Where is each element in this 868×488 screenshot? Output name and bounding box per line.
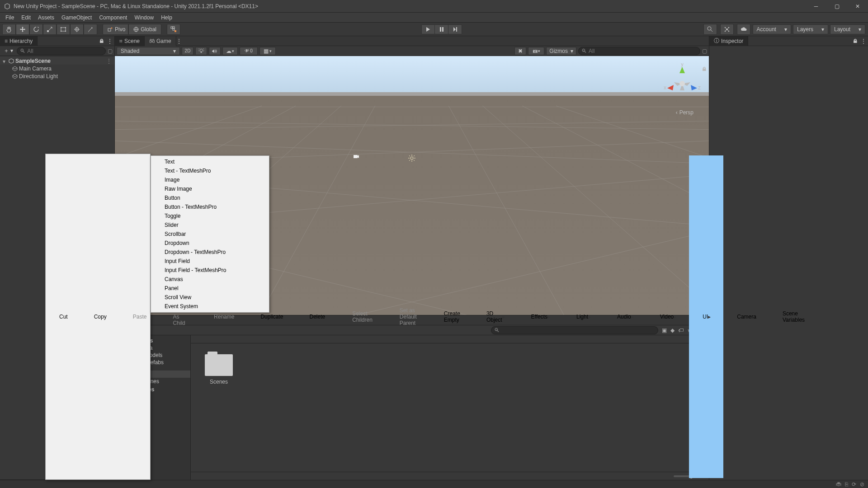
tool-custom[interactable]: [84, 24, 97, 35]
unity-logo-icon: [4, 3, 11, 10]
search-settings-icon[interactable]: ▢: [702, 48, 707, 54]
context-submenu-item[interactable]: Input Field: [151, 257, 269, 266]
context-menu-item[interactable]: Scene Variables: [769, 155, 817, 478]
context-submenu-item[interactable]: Scrollbar: [151, 230, 269, 239]
context-submenu-item[interactable]: Dropdown: [151, 239, 269, 248]
kebab-icon[interactable]: ⋮: [107, 38, 113, 44]
step-button[interactable]: [448, 24, 462, 34]
window-minimize-button[interactable]: ─: [806, 0, 826, 13]
context-submenu-item[interactable]: Text: [151, 157, 269, 166]
window-maximize-button[interactable]: ▢: [826, 0, 847, 13]
tool-rect[interactable]: [57, 24, 70, 35]
create-dropdown[interactable]: ＋ ▾: [2, 47, 15, 55]
orientation-gizmo[interactable]: y x z: [662, 63, 703, 104]
hierarchy-item[interactable]: Directional Light: [0, 72, 114, 80]
tool-rotate[interactable]: [29, 24, 43, 35]
context-submenu-item[interactable]: Button: [151, 193, 269, 202]
toggle-hidden[interactable]: 👁︎̸0: [240, 47, 258, 55]
context-menu[interactable]: CutCopyPastePaste As ChildRenameDuplicat…: [45, 154, 151, 480]
hierarchy-tab[interactable]: ≡Hierarchy: [0, 36, 38, 46]
perspective-label[interactable]: ‹Persp: [676, 109, 693, 116]
context-menu-item[interactable]: UI▸: [689, 155, 723, 478]
context-submenu-item[interactable]: Dropdown - TextMeshPro: [151, 248, 269, 257]
pause-button[interactable]: [435, 24, 448, 34]
context-submenu-item[interactable]: Input Field - TextMeshPro: [151, 266, 269, 275]
context-menu-item[interactable]: Light▸: [563, 155, 604, 478]
context-menu-item[interactable]: Copy: [80, 155, 119, 478]
tool-transform[interactable]: [70, 24, 84, 35]
inspector-tab[interactable]: ⓘInspector: [709, 36, 748, 46]
context-menu-item[interactable]: 3D Object▸: [473, 155, 518, 478]
tools-icon[interactable]: ✖: [514, 47, 526, 55]
camera-settings[interactable]: 📷︎▾: [528, 47, 544, 55]
menu-file[interactable]: File: [2, 14, 18, 22]
kebab-icon[interactable]: ⋮: [861, 38, 866, 44]
menu-window[interactable]: Window: [131, 14, 157, 22]
status-icon[interactable]: ⎘: [845, 481, 848, 488]
context-submenu-item[interactable]: Toggle: [151, 211, 269, 221]
svg-rect-13: [173, 27, 175, 28]
search-button[interactable]: [703, 24, 717, 35]
kebab-icon[interactable]: ⋮: [106, 58, 114, 64]
tab-game[interactable]: 🎮︎Game: [145, 36, 176, 46]
pivot-toggle[interactable]: Pivo: [103, 24, 128, 35]
toggle-2d[interactable]: 2D: [182, 47, 193, 55]
global-toggle[interactable]: Global: [128, 24, 161, 35]
toggle-grid[interactable]: ▦▾: [259, 47, 276, 55]
svg-rect-15: [175, 30, 176, 32]
context-submenu-item[interactable]: Button - TextMeshPro: [151, 202, 269, 211]
context-submenu-item[interactable]: Scroll View: [151, 293, 269, 302]
kebab-icon[interactable]: ⋮: [176, 38, 182, 44]
layers-dropdown[interactable]: Layers▾: [793, 24, 828, 34]
context-submenu-item[interactable]: Raw Image: [151, 184, 269, 193]
context-submenu-item[interactable]: Slider: [151, 221, 269, 230]
status-icon[interactable]: ⟳: [852, 481, 856, 488]
play-button[interactable]: [421, 24, 435, 34]
toggle-lighting[interactable]: 💡︎: [195, 47, 207, 55]
gizmos-dropdown[interactable]: Gizmos▾: [546, 47, 576, 55]
tool-hand[interactable]: [2, 24, 16, 35]
context-menu-item[interactable]: Create Empty: [430, 155, 473, 478]
snap-toggle[interactable]: [167, 24, 180, 35]
tool-move[interactable]: [16, 24, 29, 35]
foldout-icon[interactable]: ▾: [3, 58, 8, 64]
window-close-button[interactable]: ✕: [847, 0, 868, 13]
tool-scale[interactable]: [43, 24, 57, 35]
context-menu-item[interactable]: Effects▸: [518, 155, 563, 478]
menu-help[interactable]: Help: [157, 14, 176, 22]
hierarchy-item[interactable]: Main Camera: [0, 65, 114, 72]
draw-mode-dropdown[interactable]: Shaded▾: [117, 47, 180, 55]
menu-component[interactable]: Component: [95, 14, 131, 22]
menu-edit[interactable]: Edit: [18, 14, 34, 22]
collab-button[interactable]: [720, 24, 734, 35]
context-menu-item[interactable]: Audio▸: [604, 155, 646, 478]
context-submenu-item[interactable]: Text - TextMeshPro: [151, 166, 269, 175]
context-submenu-item[interactable]: Image: [151, 175, 269, 184]
lock-icon[interactable]: 🔒︎: [853, 38, 858, 44]
context-submenu-item[interactable]: Event System: [151, 302, 269, 311]
scene-row[interactable]: ▾ SampleScene ⋮: [0, 57, 114, 65]
context-menu-item[interactable]: Video▸: [646, 155, 689, 478]
context-submenu[interactable]: TextText - TextMeshProImageRaw ImageButt…: [151, 155, 269, 313]
menu-assets[interactable]: Assets: [34, 14, 58, 22]
layout-dropdown[interactable]: Layout▾: [830, 24, 865, 34]
status-icon[interactable]: 🐞︎: [836, 481, 841, 488]
context-submenu-item[interactable]: Panel: [151, 284, 269, 293]
status-icon[interactable]: ⊘: [860, 481, 864, 488]
context-menu-item[interactable]: Delete: [296, 155, 338, 478]
hierarchy-search[interactable]: 🔍︎All: [17, 47, 106, 55]
toggle-fx[interactable]: ☁︎▾: [222, 47, 238, 55]
context-menu-item[interactable]: Cut: [46, 155, 80, 478]
context-submenu-item[interactable]: Canvas: [151, 275, 269, 284]
context-menu-item[interactable]: Camera: [723, 155, 769, 478]
gizmo-lock-icon[interactable]: 🔒︎: [702, 66, 707, 72]
search-settings-icon[interactable]: ▢: [108, 48, 113, 54]
lock-icon[interactable]: 🔒︎: [99, 38, 104, 44]
tab-scene[interactable]: ⌗Scene: [115, 36, 145, 46]
cloud-button[interactable]: [737, 24, 750, 35]
scene-search[interactable]: 🔍︎All: [578, 47, 700, 55]
toggle-audio[interactable]: 🔊︎: [209, 47, 221, 55]
item-label: Directional Light: [19, 73, 58, 80]
account-dropdown[interactable]: Account▾: [753, 24, 791, 34]
menu-gameobject[interactable]: GameObject: [58, 14, 95, 22]
